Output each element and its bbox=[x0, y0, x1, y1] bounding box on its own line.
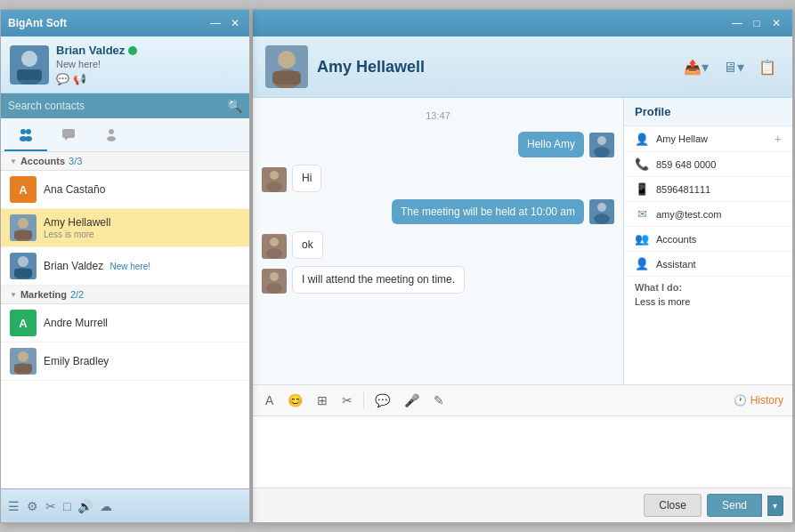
group-arrow-marketing: ▼ bbox=[10, 291, 17, 299]
tab-contacts[interactable] bbox=[4, 122, 47, 151]
user-avatar-svg bbox=[10, 45, 49, 85]
message-2: Hi bbox=[262, 165, 614, 192]
profile-name-value: Amy Hellaw bbox=[656, 133, 767, 144]
chat-maximize-btn[interactable]: □ bbox=[750, 16, 764, 30]
message-4: ok bbox=[262, 231, 614, 259]
svg-point-0 bbox=[21, 51, 37, 67]
message-5: I will attend the meeting on time. bbox=[262, 266, 614, 294]
svg-point-23 bbox=[597, 136, 606, 145]
profile-what-i-do-label: What I do: bbox=[624, 277, 792, 294]
list-icon[interactable]: ☰ bbox=[8, 499, 20, 513]
contacts-icon bbox=[19, 127, 33, 141]
contact-brian[interactable]: Brian Valdez New here! bbox=[1, 247, 249, 286]
chat-action-2[interactable]: 🖥▾ bbox=[719, 55, 748, 79]
svg-point-24 bbox=[594, 147, 610, 157]
group-accounts[interactable]: ▼ Accounts 3/3 bbox=[1, 152, 249, 171]
profile-phone-icon: 📞 bbox=[635, 157, 649, 171]
contact-avatar-andre: A bbox=[10, 310, 37, 336]
contact-avatar-emily bbox=[10, 348, 37, 375]
user-name: Brian Valdez bbox=[56, 44, 240, 57]
sound-icon[interactable]: 🔊 bbox=[77, 499, 93, 513]
profile-email-value: amy@test.com bbox=[656, 209, 782, 220]
chat-body: 13:47 Hello Amy bbox=[253, 98, 792, 384]
cut-icon[interactable]: ✂ bbox=[45, 499, 56, 513]
profile-panel: Profile 👤 Amy Hellaw + 📞 859 648 0000 📱 … bbox=[623, 98, 792, 384]
profile-what-i-do-value: Less is more bbox=[624, 294, 792, 314]
edit-btn[interactable]: ✎ bbox=[430, 391, 448, 409]
msg-timestamp: 13:47 bbox=[262, 110, 614, 121]
settings-icon[interactable]: 📢 bbox=[73, 73, 86, 85]
cloud-icon[interactable]: ☁ bbox=[100, 499, 112, 513]
chat-action-3[interactable]: 📋 bbox=[755, 55, 780, 79]
message-3: The meeting will be held at 10:00 am bbox=[262, 199, 614, 225]
chat-contact-avatar bbox=[265, 45, 308, 88]
chat-header: Amy Hellawell 📤▾ 🖥▾ 📋 bbox=[253, 36, 792, 98]
contact-andre[interactable]: A Andre Murrell bbox=[1, 304, 249, 343]
profile-field-phone2: 📱 8596481111 bbox=[624, 177, 792, 202]
svg-point-17 bbox=[18, 351, 28, 362]
right-panel: — □ ✕ Amy Hellawell 📤▾ 🖥▾ 📋 13:47 bbox=[252, 9, 793, 523]
contact-ana[interactable]: A Ana Castaño bbox=[1, 171, 249, 209]
gear-icon[interactable]: ⚙ bbox=[27, 499, 38, 513]
chat-titlebar: — □ ✕ bbox=[253, 10, 792, 36]
left-panel: BigAnt Soft — ✕ Brian Valdez New here! 💬… bbox=[0, 9, 250, 523]
svg-point-3 bbox=[20, 129, 26, 134]
profile-title: Profile bbox=[624, 98, 792, 126]
search-icon[interactable]: 🔍 bbox=[227, 99, 242, 113]
svg-point-9 bbox=[109, 129, 114, 134]
profile-field-accounts: 👥 Accounts bbox=[624, 227, 792, 252]
left-titlebar: BigAnt Soft — ✕ bbox=[1, 10, 249, 36]
close-btn[interactable]: ✕ bbox=[228, 16, 242, 30]
profile-accounts-icon: 👥 bbox=[635, 232, 649, 246]
chat-titlebar-controls: — □ ✕ bbox=[730, 16, 783, 30]
contact-emily[interactable]: Emily Bradley bbox=[1, 343, 249, 381]
msg-bubble-2: Hi bbox=[292, 165, 321, 192]
tab-messages[interactable] bbox=[47, 122, 90, 151]
app-title: BigAnt Soft bbox=[8, 17, 67, 29]
search-bar: 🔍 bbox=[1, 93, 249, 118]
profile-person-icon: 👤 bbox=[635, 133, 649, 146]
close-button[interactable]: Close bbox=[644, 494, 702, 517]
svg-point-11 bbox=[18, 218, 28, 229]
profile-add-btn[interactable]: + bbox=[775, 132, 782, 146]
nav-tabs bbox=[1, 118, 249, 152]
chat-input[interactable] bbox=[253, 416, 792, 488]
emoji-btn[interactable]: 😊 bbox=[284, 391, 306, 409]
svg-point-29 bbox=[270, 238, 279, 246]
svg-point-25 bbox=[270, 171, 279, 180]
chat-close-btn[interactable]: ✕ bbox=[769, 16, 783, 30]
text-format-btn[interactable]: A bbox=[262, 391, 277, 409]
user-status: New here! bbox=[56, 59, 240, 69]
svg-rect-22 bbox=[272, 71, 301, 85]
svg-point-10 bbox=[107, 136, 116, 141]
chat-minimize-btn[interactable]: — bbox=[730, 16, 744, 30]
search-input[interactable] bbox=[8, 100, 222, 112]
chat-bubble-btn[interactable]: 💬 bbox=[371, 391, 393, 409]
group-marketing[interactable]: ▼ Marketing 2/2 bbox=[1, 286, 249, 304]
history-btn[interactable]: 🕐 History bbox=[734, 394, 783, 407]
screenshot-btn[interactable]: ⊞ bbox=[313, 391, 331, 409]
msg-bubble-3: The meeting will be held at 10:00 am bbox=[392, 199, 584, 225]
cut-btn[interactable]: ✂ bbox=[338, 391, 356, 409]
chat-messages: 13:47 Hello Amy bbox=[253, 98, 623, 384]
user-avatar bbox=[10, 45, 49, 85]
msg-bubble-5: I will attend the meeting on time. bbox=[292, 266, 465, 294]
tab-other[interactable] bbox=[90, 122, 133, 151]
device-icon[interactable]: □ bbox=[63, 499, 70, 513]
mic-btn[interactable]: 🎤 bbox=[401, 391, 423, 409]
chat-action-1[interactable]: 📤▾ bbox=[680, 55, 712, 79]
chat-bottom-bar: Close Send ▾ bbox=[253, 488, 792, 522]
svg-rect-7 bbox=[62, 129, 75, 138]
person-icon bbox=[104, 127, 118, 141]
msg-avatar-mine-3 bbox=[589, 199, 614, 224]
svg-point-26 bbox=[266, 181, 282, 192]
bottom-toolbar: ☰ ⚙ ✂ □ 🔊 ☁ bbox=[1, 488, 249, 522]
send-button[interactable]: Send bbox=[707, 494, 762, 517]
send-arrow-btn[interactable]: ▾ bbox=[767, 496, 783, 516]
chat-icon[interactable]: 💬 bbox=[56, 73, 69, 85]
contact-avatar-brian bbox=[10, 253, 37, 279]
profile-assistant-icon: 👤 bbox=[635, 257, 649, 270]
messages-icon bbox=[61, 127, 76, 141]
contact-amy[interactable]: Amy Hellawell Less is more bbox=[1, 209, 249, 247]
minimize-btn[interactable]: — bbox=[208, 16, 223, 30]
